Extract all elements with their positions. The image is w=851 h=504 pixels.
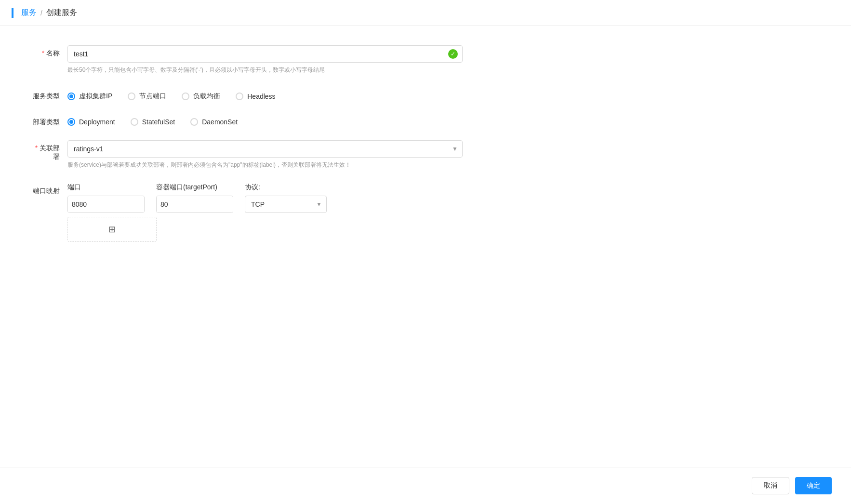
- radio-cluster-ip[interactable]: 虚拟集群IP: [67, 92, 112, 101]
- service-type-label: 服务类型: [29, 88, 67, 101]
- port-number-input[interactable]: [68, 196, 145, 212]
- name-label: 名称: [29, 45, 67, 58]
- protocol-col-header: 协议:: [245, 183, 327, 192]
- port-header-label: 端口: [67, 183, 81, 191]
- name-check-icon: ✓: [448, 49, 458, 59]
- deploy-type-label: 部署类型: [29, 114, 67, 127]
- port-input-row: ▲ ▼ ▲ ▼ TCP UDP: [67, 196, 549, 213]
- port-headers: 端口 容器端口(targetPort) 协议:: [67, 183, 549, 192]
- radio-cluster-ip-circle: [67, 93, 75, 100]
- related-deploy-select[interactable]: ratings-v1: [67, 140, 463, 158]
- page-header: 服务 / 创建服务: [0, 0, 851, 26]
- target-port-header-label: 容器端口(targetPort): [156, 183, 217, 191]
- radio-cluster-ip-label: 虚拟集群IP: [79, 92, 112, 101]
- protocol-header-label: 协议:: [245, 183, 260, 191]
- radio-headless[interactable]: Headless: [236, 93, 275, 100]
- radio-statefulset[interactable]: StatefulSet: [131, 118, 175, 126]
- protocol-select[interactable]: TCP UDP: [245, 196, 327, 213]
- name-hint: 最长50个字符，只能包含小写字母、数字及分隔符('-')，且必须以小写字母开头，…: [67, 66, 463, 75]
- target-port-number-input[interactable]: [157, 196, 233, 212]
- related-deploy-content: ratings-v1 ▼ 服务(service)与部署若要成功关联部署，则部署内…: [67, 140, 549, 170]
- radio-node-port[interactable]: 节点端口: [128, 92, 166, 101]
- service-type-radio-group: 虚拟集群IP 节点端口 负载均衡 Headless: [67, 88, 549, 101]
- port-mapping-content: 端口 容器端口(targetPort) 协议: ▲ ▼: [67, 183, 549, 242]
- related-deploy-row: 关联部署 ratings-v1 ▼ 服务(service)与部署若要成功关联部署…: [29, 140, 549, 170]
- radio-deployment-circle: [67, 118, 75, 126]
- radio-statefulset-label: StatefulSet: [142, 118, 175, 126]
- radio-daemonset-circle: [190, 118, 198, 126]
- service-type-content: 虚拟集群IP 节点端口 负载均衡 Headless: [67, 88, 549, 101]
- name-input-wrapper: ✓: [67, 45, 463, 63]
- deploy-type-content: Deployment StatefulSet DaemonSet: [67, 114, 549, 126]
- deploy-type-radio-group: Deployment StatefulSet DaemonSet: [67, 114, 549, 126]
- radio-headless-circle: [236, 93, 243, 100]
- name-content: ✓ 最长50个字符，只能包含小写字母、数字及分隔符('-')，且必须以小写字母开…: [67, 45, 549, 75]
- protocol-select-wrapper: TCP UDP ▼: [245, 196, 327, 213]
- name-input[interactable]: [67, 45, 463, 63]
- create-service-form: 名称 ✓ 最长50个字符，只能包含小写字母、数字及分隔符('-')，且必须以小写…: [0, 26, 578, 275]
- related-deploy-select-wrapper: ratings-v1 ▼: [67, 140, 463, 158]
- radio-node-port-circle: [128, 93, 135, 100]
- header-border-accent: [12, 8, 13, 18]
- radio-deployment[interactable]: Deployment: [67, 118, 115, 126]
- radio-daemonset-label: DaemonSet: [202, 118, 238, 126]
- breadcrumb-current: 创建服务: [46, 8, 77, 18]
- add-port-icon: ⊞: [108, 224, 116, 235]
- deploy-type-row: 部署类型 Deployment StatefulSet DaemonSet: [29, 114, 549, 127]
- radio-deployment-label: Deployment: [79, 118, 115, 126]
- name-row: 名称 ✓ 最长50个字符，只能包含小写字母、数字及分隔符('-')，且必须以小写…: [29, 45, 549, 75]
- radio-statefulset-circle: [131, 118, 138, 126]
- radio-load-balancer-label: 负载均衡: [193, 92, 220, 101]
- breadcrumb-link[interactable]: 服务: [21, 8, 37, 18]
- service-type-row: 服务类型 虚拟集群IP 节点端口 负载均衡 Headless: [29, 88, 549, 101]
- radio-headless-label: Headless: [247, 93, 275, 100]
- radio-load-balancer[interactable]: 负载均衡: [182, 92, 220, 101]
- port-mapping-label: 端口映射: [29, 183, 67, 196]
- add-port-button[interactable]: ⊞: [67, 217, 157, 242]
- radio-load-balancer-circle: [182, 93, 189, 100]
- radio-node-port-label: 节点端口: [139, 92, 166, 101]
- port-mapping-row: 端口映射 端口 容器端口(targetPort) 协议:: [29, 183, 549, 242]
- target-port-number-input-wrapper: ▲ ▼: [156, 196, 233, 213]
- related-deploy-label: 关联部署: [29, 140, 67, 161]
- related-deploy-hint: 服务(service)与部署若要成功关联部署，则部署内必须包含名为"app"的标…: [67, 160, 463, 170]
- radio-daemonset[interactable]: DaemonSet: [190, 118, 238, 126]
- breadcrumb-separator: /: [40, 9, 42, 17]
- port-number-input-wrapper: ▲ ▼: [67, 196, 145, 213]
- port-col-header: 端口: [67, 183, 145, 192]
- target-port-col-header: 容器端口(targetPort): [156, 183, 233, 192]
